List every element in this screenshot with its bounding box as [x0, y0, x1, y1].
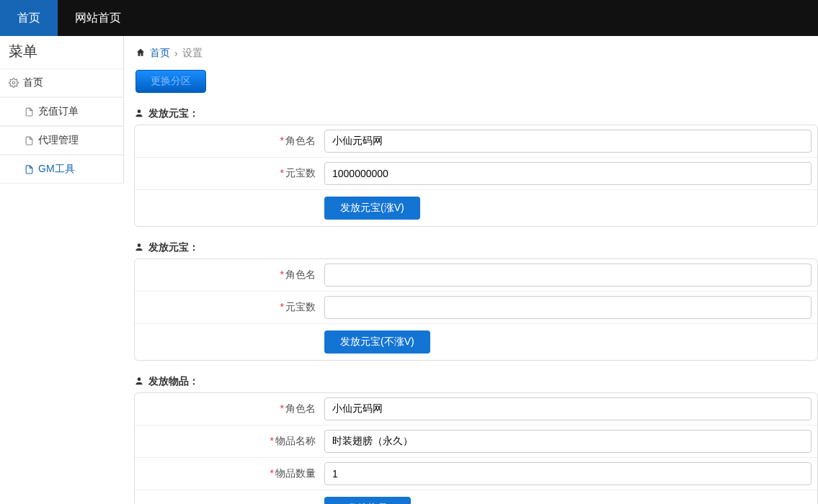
sidebar: 菜单 首页 充值订单 代理管理 GM工具: [0, 36, 124, 184]
breadcrumb-sep: ›: [174, 48, 178, 59]
top-nav: 首页 网站首页: [0, 0, 818, 36]
file-icon: [25, 136, 34, 145]
section3-item-input[interactable]: [324, 430, 812, 453]
home-icon: [135, 48, 146, 60]
section3-qty-label: *物品数量: [141, 467, 324, 480]
tab-home[interactable]: 首页: [0, 0, 58, 36]
sidebar-item-agent[interactable]: 代理管理: [0, 126, 123, 155]
section1-submit-button[interactable]: 发放元宝(涨V): [324, 197, 420, 220]
breadcrumb: 首页 › 设置: [134, 46, 818, 70]
section1-form: *角色名 *元宝数 发放元宝(涨V): [134, 125, 818, 227]
user-icon: [134, 242, 144, 254]
section2-submit-button[interactable]: 发放元宝(不涨V): [324, 330, 430, 354]
section3-form: *角色名 *物品名称 *物品数量 发放物品: [134, 392, 818, 504]
section1-role-input[interactable]: [324, 130, 812, 153]
content: 首页 › 设置 更换分区 发放元宝： *角色名 *元宝数 发: [124, 36, 818, 504]
section3-title: 发放物品：: [134, 375, 818, 388]
svg-point-2: [138, 243, 141, 247]
breadcrumb-home-link[interactable]: 首页: [150, 47, 170, 60]
section1-amount-input[interactable]: [324, 162, 812, 185]
change-zone-button[interactable]: 更换分区: [135, 70, 206, 93]
section1-amount-label: *元宝数: [141, 167, 324, 180]
sidebar-item-label: GM工具: [38, 163, 75, 176]
sidebar-title: 菜单: [0, 36, 123, 68]
section3-role-input[interactable]: [324, 397, 812, 420]
file-icon: [25, 107, 34, 117]
section2-role-label: *角色名: [141, 269, 324, 282]
sidebar-root[interactable]: 首页: [0, 68, 123, 97]
section2-role-input[interactable]: [324, 264, 812, 287]
tab-site-home[interactable]: 网站首页: [58, 0, 138, 36]
section3-item-label: *物品名称: [141, 435, 324, 448]
section2-form: *角色名 *元宝数 发放元宝(不涨V): [134, 258, 818, 361]
section3-submit-button[interactable]: 发放物品: [324, 497, 411, 504]
sidebar-item-label: 代理管理: [38, 134, 79, 147]
svg-point-0: [12, 81, 15, 84]
breadcrumb-current: 设置: [182, 47, 203, 60]
gear-icon: [9, 78, 19, 88]
user-icon: [134, 376, 144, 388]
user-icon: [134, 108, 144, 120]
section2-title: 发放元宝：: [134, 241, 818, 254]
section1-title: 发放元宝：: [134, 107, 818, 120]
section1-role-label: *角色名: [141, 135, 324, 148]
file-icon: [25, 165, 34, 174]
svg-point-1: [138, 109, 141, 113]
sidebar-item-label: 充值订单: [38, 105, 79, 118]
sidebar-item-recharge[interactable]: 充值订单: [0, 97, 123, 126]
section3-qty-input[interactable]: [324, 462, 812, 485]
svg-point-3: [138, 377, 141, 381]
section2-amount-input[interactable]: [324, 296, 812, 319]
sidebar-item-gm-tools[interactable]: GM工具: [0, 155, 123, 184]
section3-role-label: *角色名: [141, 402, 324, 415]
section2-amount-label: *元宝数: [141, 301, 324, 314]
sidebar-root-label: 首页: [23, 76, 43, 89]
